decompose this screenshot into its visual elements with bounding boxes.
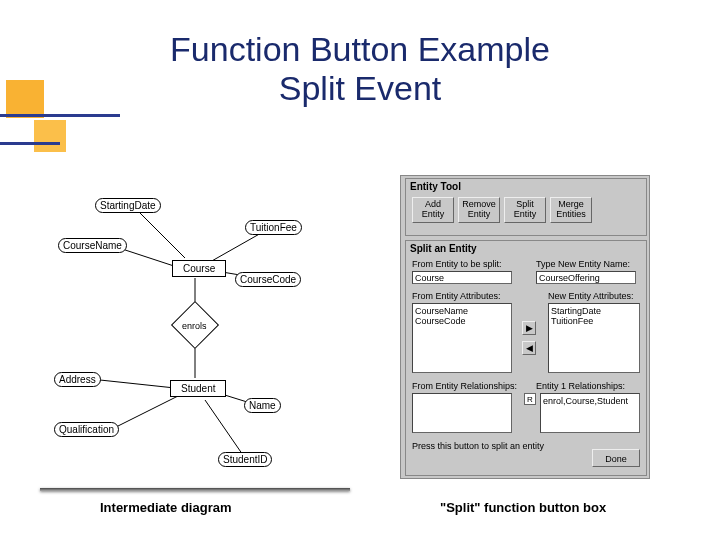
rel-checkbox[interactable]: R xyxy=(524,393,536,405)
remove-entity-button[interactable]: Remove Entity xyxy=(458,197,500,223)
attr-name: Name xyxy=(244,398,281,413)
title-line-2: Split Event xyxy=(279,69,442,107)
list-item[interactable]: CourseName xyxy=(415,306,509,316)
er-diagram: StartingDate TuitionFee CourseName Cours… xyxy=(40,190,350,490)
svg-line-9 xyxy=(205,400,245,458)
relationship-label: enrols xyxy=(178,309,210,343)
new-entity-name-field[interactable]: CourseOffering xyxy=(536,271,636,284)
split-entity-panel: Split an Entity From Entity to be split:… xyxy=(405,240,647,476)
attr-starting-date: StartingDate xyxy=(95,198,161,213)
caption-split-box: "Split" function button box xyxy=(440,500,606,515)
attr-address: Address xyxy=(54,372,101,387)
new-entity-name-label: Type New Entity Name: xyxy=(536,259,630,269)
from-attrs-label: From Entity Attributes: xyxy=(412,291,501,301)
split-entity-title: Split an Entity xyxy=(410,243,477,254)
caption-intermediate-diagram: Intermediate diagram xyxy=(100,500,232,515)
page-title: Function Button Example Split Event xyxy=(0,30,720,108)
entity-tool-button-row: Add Entity Remove Entity Split Entity Me… xyxy=(412,197,592,223)
motif-line xyxy=(0,142,60,145)
list-item[interactable]: TuitionFee xyxy=(551,316,637,326)
button-label: Remove Entity xyxy=(462,199,496,219)
relationship-enrols: enrols xyxy=(171,301,219,349)
entity-tool-dialog: Entity Tool Add Entity Remove Entity Spl… xyxy=(400,175,650,479)
move-left-button[interactable]: ◀ xyxy=(522,341,536,355)
button-label: Add Entity xyxy=(422,199,445,219)
from-rels-listbox[interactable] xyxy=(412,393,512,433)
new-rels-label: Entity 1 Relationships: xyxy=(536,381,625,391)
svg-line-7 xyxy=(110,395,180,430)
attr-tuition-fee: TuitionFee xyxy=(245,220,302,235)
entity-course: Course xyxy=(172,260,226,277)
new-rels-listbox[interactable]: enrol,Course,Student xyxy=(540,393,640,433)
entity-tool-title: Entity Tool xyxy=(410,181,461,192)
add-entity-button[interactable]: Add Entity xyxy=(412,197,454,223)
entity-student: Student xyxy=(170,380,226,397)
diagram-separator xyxy=(40,488,350,491)
button-label: Done xyxy=(605,454,627,464)
done-button[interactable]: Done xyxy=(592,449,640,467)
attr-course-code: CourseCode xyxy=(235,272,301,287)
svg-line-6 xyxy=(100,380,175,388)
from-entity-field[interactable]: Course xyxy=(412,271,512,284)
entity-tool-panel: Entity Tool Add Entity Remove Entity Spl… xyxy=(405,178,647,236)
split-entity-button[interactable]: Split Entity xyxy=(504,197,546,223)
motif-line xyxy=(0,114,120,117)
motif-square xyxy=(34,120,66,152)
new-attrs-listbox[interactable]: StartingDate TuitionFee xyxy=(548,303,640,373)
title-line-1: Function Button Example xyxy=(170,30,550,68)
attr-course-name: CourseName xyxy=(58,238,127,253)
attr-student-id: StudentID xyxy=(218,452,272,467)
list-item[interactable]: CourseCode xyxy=(415,316,509,326)
button-label: Merge Entities xyxy=(556,199,586,219)
from-rels-label: From Entity Relationships: xyxy=(412,381,517,391)
merge-entities-button[interactable]: Merge Entities xyxy=(550,197,592,223)
list-item[interactable]: StartingDate xyxy=(551,306,637,316)
from-attrs-listbox[interactable]: CourseName CourseCode xyxy=(412,303,512,373)
move-right-button[interactable]: ▶ xyxy=(522,321,536,335)
from-entity-label: From Entity to be split: xyxy=(412,259,502,269)
svg-line-0 xyxy=(135,208,185,258)
hint-label: Press this button to split an entity xyxy=(412,441,544,451)
list-item[interactable]: enrol,Course,Student xyxy=(543,396,637,406)
new-attrs-label: New Entity Attributes: xyxy=(548,291,634,301)
button-label: Split Entity xyxy=(514,199,537,219)
decorative-motif xyxy=(0,104,130,164)
attr-qualification: Qualification xyxy=(54,422,119,437)
